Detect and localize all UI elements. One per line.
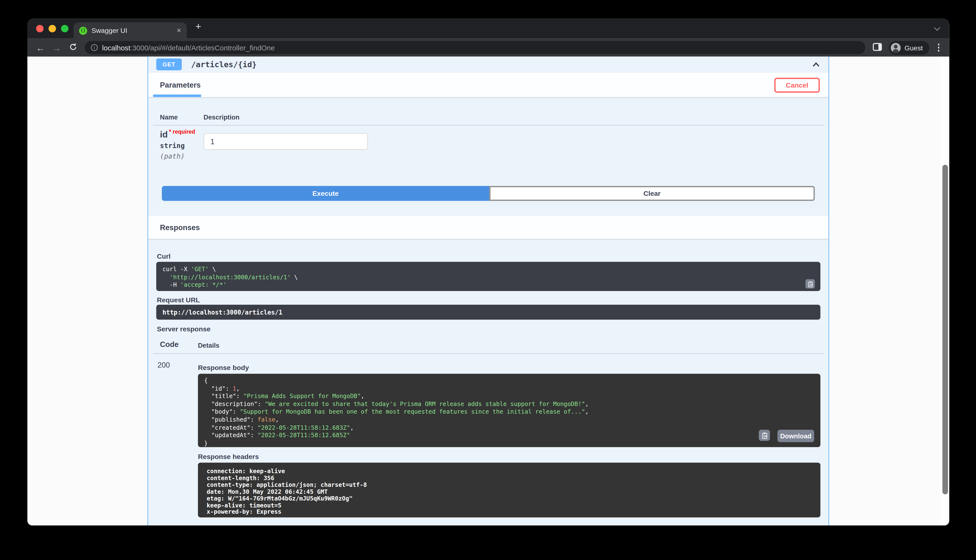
- curl-code-block: curl -X 'GET' \ 'http://localhost:3000/a…: [156, 262, 821, 291]
- response-body-label: Response body: [198, 364, 249, 371]
- request-url-block: http://localhost:3000/articles/1: [156, 305, 821, 320]
- request-url-label: Request URL: [157, 296, 200, 303]
- execute-button[interactable]: Execute: [162, 186, 489, 201]
- param-location: (path): [160, 152, 185, 160]
- response-headers-block: connection: keep-alivecontent-length: 35…: [198, 463, 821, 517]
- collapse-button[interactable]: [812, 60, 821, 68]
- clipboard-icon: [807, 281, 813, 287]
- url-text: localhost:3000/api/#/default/ArticlesCon…: [102, 44, 275, 51]
- operation-header[interactable]: GET /articles/{id}: [148, 57, 829, 73]
- browser-tab-strip: {} Swagger UI × +: [27, 19, 949, 38]
- reload-button[interactable]: [66, 43, 80, 52]
- reload-icon: [69, 43, 77, 51]
- method-badge: GET: [156, 58, 182, 70]
- url-host: localhost: [102, 44, 130, 51]
- responses-section-header: Responses: [148, 216, 829, 239]
- code-column-header: Code: [160, 340, 179, 349]
- clipboard-icon: [761, 432, 768, 439]
- details-column-header: Details: [198, 342, 219, 349]
- tab-search-chevron-icon[interactable]: [934, 25, 940, 31]
- chevron-up-icon: [812, 60, 821, 68]
- screen: {} Swagger UI × + ← → i localhost:3000/a…: [0, 0, 976, 560]
- tab-close-icon[interactable]: ×: [177, 27, 181, 34]
- copy-curl-button[interactable]: [806, 279, 815, 288]
- cancel-button[interactable]: Cancel: [774, 77, 820, 92]
- browser-menu-button[interactable]: [934, 44, 943, 51]
- avatar-icon: [891, 43, 901, 53]
- browser-toolbar: ← → i localhost:3000/api/#/default/Artic…: [27, 38, 949, 57]
- forward-button[interactable]: →: [50, 43, 64, 52]
- table-divider: [153, 125, 824, 126]
- response-body-block: { "id": 1, "title": "Prisma Adds Support…: [198, 374, 821, 447]
- browser-tab[interactable]: {} Swagger UI ×: [74, 22, 187, 38]
- table-divider: [153, 353, 824, 354]
- name-column-header: Name: [160, 113, 178, 121]
- param-type: string: [160, 142, 185, 150]
- copy-response-button[interactable]: [759, 430, 770, 441]
- responses-heading: Responses: [160, 223, 200, 232]
- clear-button[interactable]: Clear: [489, 186, 815, 201]
- param-value-input[interactable]: [204, 133, 368, 150]
- window-controls: [36, 25, 69, 32]
- download-button[interactable]: Download: [777, 430, 814, 442]
- response-headers-label: Response headers: [198, 453, 259, 460]
- scrollbar-thumb[interactable]: [943, 165, 948, 495]
- side-panel-button[interactable]: [870, 43, 884, 52]
- new-tab-button[interactable]: +: [196, 21, 201, 32]
- endpoint-path: /articles/{id}: [191, 60, 257, 69]
- url-path: :3000/api/#/default/ArticlesController_f…: [130, 44, 275, 51]
- scrollbar-track[interactable]: [941, 57, 949, 525]
- tab-title: Swagger UI: [92, 27, 172, 34]
- side-panel-icon: [872, 43, 882, 51]
- back-button[interactable]: ←: [33, 43, 47, 52]
- tab-parameters[interactable]: Parameters: [160, 81, 201, 89]
- status-code: 200: [157, 361, 170, 369]
- close-window-button[interactable]: [36, 25, 43, 32]
- required-badge: * required: [169, 129, 195, 135]
- zoom-window-button[interactable]: [61, 25, 69, 32]
- url-bar[interactable]: i localhost:3000/api/#/default/ArticlesC…: [85, 41, 865, 54]
- swagger-favicon-icon: {}: [79, 27, 87, 35]
- site-info-icon[interactable]: i: [91, 44, 98, 51]
- profile-label: Guest: [904, 44, 923, 51]
- profile-chip[interactable]: Guest: [889, 41, 929, 55]
- parameters-tab-row: Parameters Cancel: [148, 73, 829, 97]
- operation-block-get: GET /articles/{id} Parameters Cancel Nam…: [147, 57, 829, 525]
- swagger-page: GET /articles/{id} Parameters Cancel Nam…: [27, 57, 949, 525]
- param-name: id* required: [160, 129, 195, 139]
- curl-label: Curl: [157, 252, 170, 260]
- minimize-window-button[interactable]: [48, 25, 56, 32]
- server-response-label: Server response: [157, 325, 211, 333]
- description-column-header: Description: [204, 113, 240, 121]
- browser-window: {} Swagger UI × + ← → i localhost:3000/a…: [27, 19, 949, 525]
